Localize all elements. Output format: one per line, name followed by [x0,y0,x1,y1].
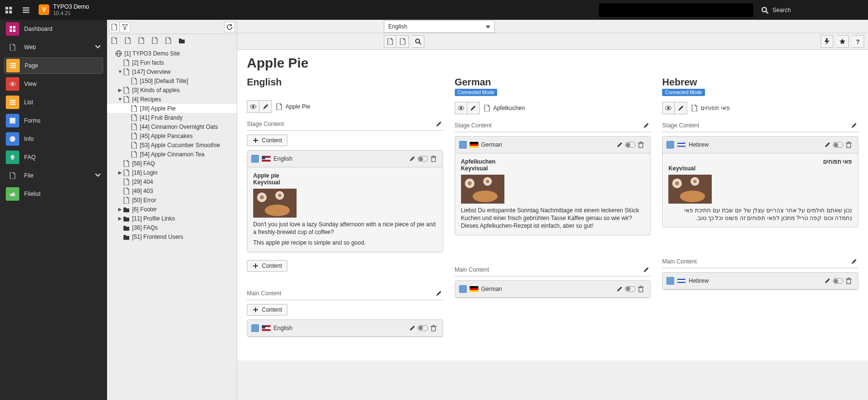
app-switcher-icon[interactable] [0,0,17,20]
view-page-button[interactable] [247,100,259,113]
content-area: English Apple Pie English [237,20,868,400]
tree-toggle-icon[interactable]: ▶ [118,207,122,212]
toggle-ce-button[interactable] [833,139,843,150]
content-element[interactable]: German [455,280,651,298]
module-group-web[interactable]: Web [0,38,107,56]
module-list[interactable]: List [0,93,107,111]
tree-node[interactable]: [41] Fruit Brandy [107,113,237,122]
tree-node[interactable]: ▶[3] Kinds of apples [107,85,237,95]
content-element[interactable]: Hebrew פאי תפוחים Keyvisual נכון שאת [662,136,858,227]
toolbar-button[interactable] [396,35,409,48]
help-button[interactable] [852,35,864,48]
tree-node[interactable]: [45] Apple Pancakes [107,131,237,140]
tree-node[interactable]: [150] [Default Title] [107,76,237,85]
tree-node[interactable]: [51] Frontend Users [107,232,237,241]
tree-node[interactable]: ▶[11] Profile Links [107,214,237,223]
omnibox-field[interactable] [599,3,753,17]
add-content-button[interactable]: Content [247,260,287,272]
tree-node[interactable]: ▼[147] Overview [107,67,237,76]
add-content-button[interactable]: Content [247,304,287,316]
tree-node[interactable]: [44] Cinnamon Overnight Oats [107,122,237,131]
tree-node[interactable]: ▶[16] Login [107,168,237,177]
new-page-button[interactable] [109,22,120,32]
content-element[interactable]: German Apfelkuchen Keyvisual Liebst [455,136,651,235]
refresh-button[interactable] [224,22,235,32]
doctype-folder-icon[interactable] [176,35,187,46]
module-faq[interactable]: FAQ [0,148,107,166]
section-edit-icon[interactable] [850,121,858,130]
edit-ce-button[interactable] [822,276,833,286]
module-forms[interactable]: Forms [0,111,107,130]
toggle-ce-button[interactable] [833,276,843,286]
toggle-ce-button[interactable] [418,323,428,333]
toolbar-button[interactable] [384,35,396,48]
module-dashboard[interactable]: Dashboard [0,20,107,38]
tree-node[interactable]: [53] Apple Cucumber Smoothie [107,140,237,150]
tree-node[interactable]: [39] Apple Pie [107,104,237,113]
tree-node[interactable]: [50] Error [107,195,237,205]
doctype-icon[interactable] [122,35,133,46]
delete-ce-button[interactable] [428,153,439,164]
tree-node[interactable]: [49] 403 [107,186,237,195]
edit-ce-button[interactable] [822,139,833,150]
toggle-ce-button[interactable] [625,284,636,294]
toggle-ce-button[interactable] [625,139,636,150]
tree-node[interactable]: [56] FAQ [107,159,237,168]
module-group-file[interactable]: File [0,166,107,185]
section-edit-icon[interactable] [850,257,858,266]
doctype-icon[interactable] [136,35,147,46]
tree-node[interactable]: ▶[6] Footer [107,205,237,214]
doctype-page-icon[interactable] [109,35,120,46]
delete-ce-button[interactable] [636,139,646,150]
doctype-icon[interactable] [163,35,174,46]
toggle-ce-button[interactable] [418,153,428,164]
module-group-label: Web [24,44,36,51]
tree-node[interactable]: [2] Fun facts [107,58,237,67]
tree-node[interactable]: [36] FAQs [107,223,237,232]
delete-ce-button[interactable] [843,139,854,150]
tree-node[interactable]: [1] TYPO3 Demo Site [107,49,237,58]
module-view[interactable]: View [0,75,107,93]
search-button[interactable] [412,35,424,48]
module-filelist[interactable]: Filelist [0,185,107,203]
edit-page-button[interactable] [467,102,480,114]
tree-node[interactable]: [29] 404 [107,177,237,186]
view-page-button[interactable] [455,102,467,114]
delete-ce-button[interactable] [428,323,439,333]
tree-toggle-icon[interactable]: ▼ [118,69,122,74]
section-edit-icon[interactable] [434,289,443,298]
content-element[interactable]: Hebrew [662,272,858,290]
content-element[interactable]: English [247,319,443,337]
section-edit-icon[interactable] [642,121,651,130]
edit-ce-button[interactable] [614,139,625,150]
edit-page-button[interactable] [675,102,687,114]
content-element[interactable]: English Apple pie Keyvisual Don't yo [247,150,443,252]
tree-toggle-icon[interactable]: ▼ [118,97,122,102]
edit-ce-button[interactable] [407,323,418,333]
tree-toggle-icon[interactable]: ▶ [118,87,122,93]
module-info[interactable]: Info [0,130,107,148]
edit-page-button[interactable] [259,100,272,113]
delete-ce-button[interactable] [636,284,646,294]
tree-toggle-icon[interactable]: ▶ [118,216,122,221]
tree-node[interactable]: ▼[4] Recipes [107,95,237,104]
edit-ce-button[interactable] [407,153,418,164]
ce-text: Liebst Du entspannte Sonntag Nachmittage… [461,207,645,230]
logo-block[interactable]: V TYPO3 Demo 10.4.21 [35,3,95,17]
bookmarks-icon[interactable] [17,0,35,20]
section-edit-icon[interactable] [434,120,443,128]
add-content-button[interactable]: Content [247,135,287,146]
search-button[interactable]: Search [761,6,791,14]
doctype-icon[interactable] [149,35,160,46]
view-page-button[interactable] [662,102,675,114]
edit-ce-button[interactable] [614,284,625,294]
tree-node[interactable]: [54] Apple Cinnamon Tea [107,150,237,159]
cache-button[interactable] [821,35,833,48]
bookmark-button[interactable] [836,35,849,48]
tree-toggle-icon[interactable]: ▶ [118,170,122,175]
module-page[interactable]: Page [4,57,103,74]
filter-button[interactable] [120,22,130,32]
section-edit-icon[interactable] [642,265,651,274]
delete-ce-button[interactable] [843,276,854,286]
language-select[interactable]: English [384,20,495,33]
